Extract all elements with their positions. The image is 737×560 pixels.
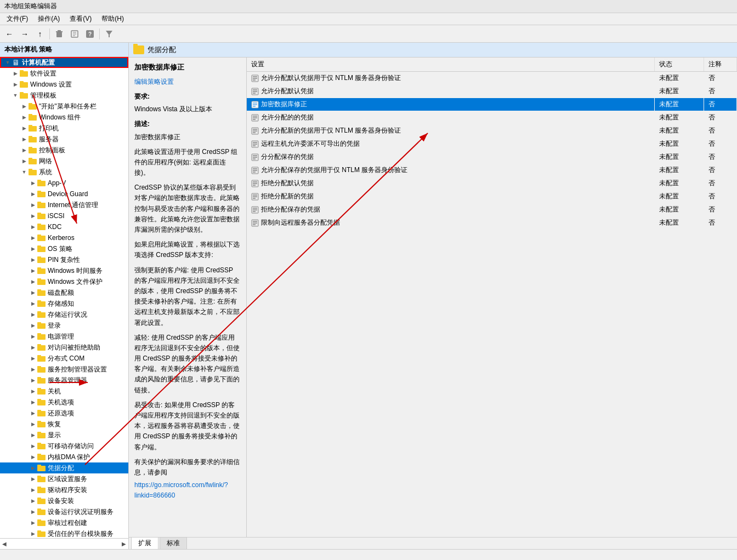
menu-help[interactable]: 帮助(H) xyxy=(97,13,128,25)
table-row[interactable]: 加密数据库修正未配置否 xyxy=(247,98,737,111)
tree-node-network[interactable]: ▶网络 xyxy=(0,156,128,167)
tree-node-restore[interactable]: ▶恢复 xyxy=(0,419,128,430)
tree-node-login[interactable]: ▶登录 xyxy=(0,320,128,331)
table-row[interactable]: 限制向远程服务器分配凭据未配置否 xyxy=(247,216,737,230)
tree-expand-win-time[interactable]: ▶ xyxy=(29,265,37,276)
tree-node-restore-opts[interactable]: ▶还原选项 xyxy=(0,408,128,419)
tree-node-win-file-prot[interactable]: ▶Windows 文件保护 xyxy=(0,276,128,287)
tree-node-credential-dist[interactable]: ▶凭据分配 xyxy=(0,462,128,473)
tree-expand-device-install[interactable]: ▶ xyxy=(29,495,37,506)
tree-expand-kdc[interactable]: ▶ xyxy=(29,221,37,232)
tree-node-display[interactable]: ▶显示 xyxy=(0,430,128,441)
tree-node-windows-settings[interactable]: ▶Windows 设置 xyxy=(0,79,128,90)
tree-expand-distributed-com[interactable]: ▶ xyxy=(29,353,37,364)
tree-node-power-mgmt[interactable]: ▶电源管理 xyxy=(0,331,128,342)
tree-node-disk-quota[interactable]: ▶磁盘配额 xyxy=(0,287,128,298)
tree-expand-pin-complex[interactable]: ▶ xyxy=(29,254,37,265)
tree-node-trusted-platform[interactable]: ▶受信任的平台模块服务 xyxy=(0,528,128,538)
tree-node-pin-complex[interactable]: ▶PIN 复杂性 xyxy=(0,254,128,265)
tree-container[interactable]: ▼🖥计算机配置▶软件设置▶Windows 设置▼管理模板▶"开始"菜单和任务栏▶… xyxy=(0,57,128,538)
tree-expand-kerberos[interactable]: ▶ xyxy=(29,232,37,243)
tree-expand-restore[interactable]: ▶ xyxy=(29,419,37,430)
tree-node-os-policy[interactable]: ▶OS 策略 xyxy=(0,243,128,254)
tab-expand[interactable]: 扩展 xyxy=(131,537,158,549)
tree-expand-portable-storage[interactable]: ▶ xyxy=(29,441,37,452)
tree-expand-device-guard[interactable]: ▶ xyxy=(29,188,37,199)
tree-node-kerberos[interactable]: ▶Kerberos xyxy=(0,232,128,243)
tree-node-server-mgr[interactable]: ▶服务器管理器 xyxy=(0,375,128,386)
up-button[interactable]: ↑ xyxy=(33,27,47,41)
external-link[interactable]: https://go.microsoft.com/fwlink/?linkid=… xyxy=(134,481,228,499)
tree-expand-trusted-platform[interactable]: ▶ xyxy=(29,528,37,538)
tree-expand-start-menu[interactable]: ▶ xyxy=(20,101,29,112)
tree-node-kdc[interactable]: ▶KDC xyxy=(0,221,128,232)
tree-expand-shutdown[interactable]: ▶ xyxy=(29,386,37,397)
tree-expand-region-svc[interactable]: ▶ xyxy=(29,473,37,484)
tree-expand-audit-create[interactable]: ▶ xyxy=(29,517,37,528)
tree-node-computer-config[interactable]: ▼🖥计算机配置 xyxy=(0,57,128,68)
tree-expand-system[interactable]: ▼ xyxy=(20,167,29,178)
tree-expand-computer-config[interactable]: ▼ xyxy=(3,57,12,68)
tree-node-kernel-dma[interactable]: ▶内核DMA 保护 xyxy=(0,452,128,462)
scroll-left[interactable]: ◀ xyxy=(2,541,7,547)
tree-node-distributed-com[interactable]: ▶分布式 COM xyxy=(0,353,128,364)
tree-expand-credential-dist[interactable]: ▶ xyxy=(29,462,37,473)
table-row[interactable]: 拒绝分配新的凭据未配置否 xyxy=(247,190,737,203)
tree-node-shutdown-opts[interactable]: ▶关机选项 xyxy=(0,397,128,408)
table-row[interactable]: 拒绝分配保存的凭据未配置否 xyxy=(247,203,737,216)
tree-node-server[interactable]: ▶服务器 xyxy=(0,134,128,145)
tree-expand-windows-settings[interactable]: ▶ xyxy=(11,79,20,90)
scroll-right[interactable]: ▶ xyxy=(122,541,126,547)
tree-expand-access-blocked[interactable]: ▶ xyxy=(29,342,37,353)
tree-node-iscsi[interactable]: ▶iSCSI xyxy=(0,210,128,221)
tree-node-software-settings[interactable]: ▶软件设置 xyxy=(0,68,128,79)
tree-node-device-guard[interactable]: ▶Device Guard xyxy=(0,188,128,199)
tree-expand-power-mgmt[interactable]: ▶ xyxy=(29,331,37,342)
tree-expand-iscsi[interactable]: ▶ xyxy=(29,210,37,221)
table-row[interactable]: 拒绝分配默认凭据未配置否 xyxy=(247,177,737,190)
menu-action[interactable]: 操作(A) xyxy=(33,13,64,25)
tree-expand-storage-status[interactable]: ▶ xyxy=(29,309,37,320)
tree-expand-admin-templates[interactable]: ▼ xyxy=(11,90,20,101)
tree-expand-driver-install[interactable]: ▶ xyxy=(29,484,37,495)
delete-button[interactable] xyxy=(52,27,66,41)
tree-node-driver-install[interactable]: ▶驱动程序安装 xyxy=(0,484,128,495)
menu-file[interactable]: 文件(F) xyxy=(2,13,32,25)
tree-expand-shutdown-opts[interactable]: ▶ xyxy=(29,397,37,408)
tree-expand-device-run-cert[interactable]: ▶ xyxy=(29,506,37,517)
tree-expand-login[interactable]: ▶ xyxy=(29,320,37,331)
tree-expand-restore-opts[interactable]: ▶ xyxy=(29,408,37,419)
tree-expand-printer[interactable]: ▶ xyxy=(20,123,29,134)
tree-expand-kernel-dma[interactable]: ▶ xyxy=(29,452,37,462)
tree-node-system[interactable]: ▼系统 xyxy=(0,167,128,178)
tree-expand-win-file-prot[interactable]: ▶ xyxy=(29,276,37,287)
table-row[interactable]: 允许分配默认凭据未配置否 xyxy=(247,85,737,98)
forward-button[interactable]: → xyxy=(18,27,32,41)
table-row[interactable]: 允许分配默认凭据用于仅 NTLM 服务器身份验证未配置否 xyxy=(247,72,737,85)
tree-expand-server-mgr[interactable]: ▶ xyxy=(29,375,37,386)
tree-node-start-menu[interactable]: ▶"开始"菜单和任务栏 xyxy=(0,101,128,112)
table-row[interactable]: 分分配保存的凭据未配置否 xyxy=(247,151,737,164)
tree-node-audit-create[interactable]: ▶审核过程创建 xyxy=(0,517,128,528)
tree-expand-os-policy[interactable]: ▶ xyxy=(29,243,37,254)
tree-node-storage-sense[interactable]: ▶存储感知 xyxy=(0,298,128,309)
tree-node-windows-comp[interactable]: ▶Windows 组件 xyxy=(0,112,128,123)
tree-expand-disk-quota[interactable]: ▶ xyxy=(29,287,37,298)
tree-expand-service-ctrl[interactable]: ▶ xyxy=(29,364,37,375)
tree-node-device-install[interactable]: ▶设备安装 xyxy=(0,495,128,506)
tree-expand-control-panel[interactable]: ▶ xyxy=(20,145,29,156)
table-row[interactable]: 允许分配保存的凭据用于仅 NTLM 服务器身份验证未配置否 xyxy=(247,164,737,177)
table-row[interactable]: 允许分配新的凭据用于仅 NTLM 服务器身份验证未配置否 xyxy=(247,124,737,138)
tree-node-internet-mgr[interactable]: ▶Internet 通信管理 xyxy=(0,199,128,210)
tree-node-device-run-cert[interactable]: ▶设备运行状况证明服务 xyxy=(0,506,128,517)
tree-node-shutdown[interactable]: ▶关机 xyxy=(0,386,128,397)
tree-node-win-time[interactable]: ▶Windows 时间服务 xyxy=(0,265,128,276)
help-button[interactable]: ? xyxy=(83,27,97,41)
tree-expand-server[interactable]: ▶ xyxy=(20,134,29,145)
tree-node-service-ctrl[interactable]: ▶服务控制管理器设置 xyxy=(0,364,128,375)
properties-button[interactable] xyxy=(67,27,82,41)
tree-node-portable-storage[interactable]: ▶可移动存储访问 xyxy=(0,441,128,452)
tree-node-storage-status[interactable]: ▶存储运行状况 xyxy=(0,309,128,320)
tree-node-admin-templates[interactable]: ▼管理模板 xyxy=(0,90,128,101)
filter-button[interactable] xyxy=(102,27,116,41)
